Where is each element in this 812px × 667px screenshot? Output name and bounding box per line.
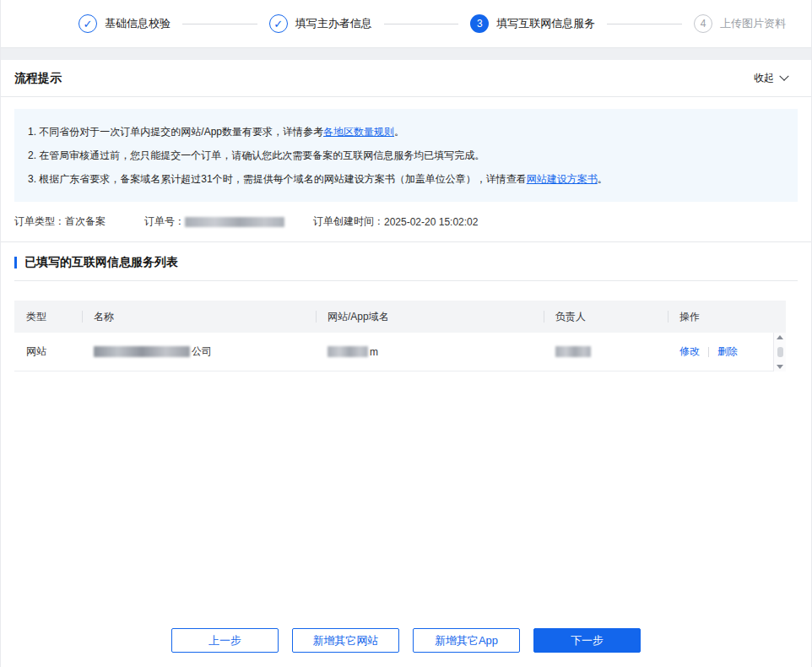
order-info-row: 订单类型： 首次备案 订单号： 订单创建时间： 2025-02-20 15:02… <box>1 202 811 241</box>
cell-name: 公司 <box>82 344 316 359</box>
order-time-value: 2025-02-20 15:02:02 <box>384 216 478 228</box>
icp-filing-page: ✓ 基础信息校验 ✓ 填写主办者信息 3 填写互联网信息服务 4 上传图片资料 … <box>0 0 812 667</box>
action-separator <box>708 347 709 357</box>
page-gap <box>1 48 811 60</box>
panel-title: 流程提示 <box>14 71 62 86</box>
collapse-label: 收起 <box>754 71 774 85</box>
region-quota-rules-link[interactable]: 各地区数量规则 <box>323 126 394 138</box>
company-name-suffix: 公司 <box>192 344 212 359</box>
scroll-up-icon[interactable] <box>777 335 783 339</box>
step-upload-materials: 4 上传图片资料 <box>694 14 786 33</box>
check-icon: ✓ <box>273 18 283 30</box>
step-label: 填写互联网信息服务 <box>496 16 595 31</box>
footer-actions: 上一步 新增其它网站 新增其它App 下一步 <box>1 628 811 653</box>
order-type: 订单类型： 首次备案 <box>14 214 106 229</box>
add-other-app-button[interactable]: 新增其它App <box>413 628 520 653</box>
next-step-button[interactable]: 下一步 <box>533 628 641 653</box>
add-other-website-button[interactable]: 新增其它网站 <box>292 628 399 653</box>
collapse-toggle[interactable]: 收起 <box>754 71 788 85</box>
column-header-action: 操作 <box>668 301 772 333</box>
column-header-owner: 负责人 <box>544 301 668 333</box>
website-construction-plan-link[interactable]: 网站建设方案书 <box>527 173 598 185</box>
scroll-down-icon[interactable] <box>777 365 783 369</box>
table-scrollbar[interactable] <box>773 333 786 371</box>
cell-actions: 修改 删除 <box>668 344 772 359</box>
step-label: 上传图片资料 <box>720 16 786 31</box>
redacted-order-number <box>185 217 284 227</box>
tip-line: 1. 不同省份对于一次订单内提交的网站/App数量有要求，详情参考各地区数量规则… <box>28 120 784 144</box>
order-time-label: 订单创建时间： <box>313 214 384 229</box>
step-connector-line <box>182 24 257 24</box>
edit-link[interactable]: 修改 <box>679 344 700 359</box>
section-title-text: 已填写的互联网信息服务列表 <box>24 255 178 270</box>
table-header-row: 类型 名称 网站/App域名 负责人 操作 <box>14 301 786 333</box>
tip-text: 。 <box>598 173 608 185</box>
step-number-badge: 4 <box>694 14 712 33</box>
tip-line: 3. 根据广东省要求，备案域名累计超过31个时，需提供每个域名的网站建设方案书（… <box>28 167 784 191</box>
cell-domain: m <box>316 346 544 358</box>
step-organizer-info: ✓ 填写主办者信息 <box>269 14 372 33</box>
cell-type: 网站 <box>14 344 82 359</box>
order-type-label: 订单类型： <box>14 214 65 229</box>
section-accent-bar <box>14 257 17 268</box>
cell-owner <box>544 346 668 357</box>
order-type-value: 首次备案 <box>65 214 106 229</box>
tip-text: 1. 不同省份对于一次订单内提交的网站/App数量有要求，详情参考 <box>28 126 323 138</box>
step-connector-line <box>384 24 459 24</box>
domain-suffix: m <box>370 346 378 358</box>
redacted-domain <box>328 346 368 357</box>
check-circle-icon: ✓ <box>78 14 97 33</box>
check-icon: ✓ <box>84 18 93 30</box>
service-table: 类型 名称 网站/App域名 负责人 操作 网站 公司 m <box>14 301 786 371</box>
scrollbar-thumb[interactable] <box>777 347 783 357</box>
order-number: 订单号： <box>144 214 284 229</box>
delete-link[interactable]: 删除 <box>717 344 738 359</box>
tip-line: 2. 在管局审核通过前，您只能提交一个订单，请确认您此次需要备案的互联网信息服务… <box>28 144 784 167</box>
previous-step-button[interactable]: 上一步 <box>171 628 279 653</box>
step-number-badge: 3 <box>470 14 489 33</box>
section-underline <box>14 280 798 281</box>
table-row: 网站 公司 m 修改 删除 <box>14 333 786 371</box>
column-header-domain: 网站/App域名 <box>316 301 544 333</box>
chevron-down-icon <box>779 71 788 80</box>
main-panel: 流程提示 收起 1. 不同省份对于一次订单内提交的网站/App数量有要求，详情参… <box>1 60 811 667</box>
tip-text: 3. 根据广东省要求，备案域名累计超过31个时，需提供每个域名的网站建设方案书（… <box>28 173 527 185</box>
service-list-section-header: 已填写的互联网信息服务列表 <box>1 242 811 280</box>
tip-text: 。 <box>394 126 404 138</box>
redacted-owner-name <box>555 346 591 357</box>
step-label: 填写主办者信息 <box>295 16 372 31</box>
check-circle-icon: ✓ <box>269 14 288 33</box>
order-created-time: 订单创建时间： 2025-02-20 15:02:02 <box>313 214 478 229</box>
process-tips-header: 流程提示 收起 <box>1 60 811 97</box>
tip-text: 2. 在管局审核通过前，您只能提交一个订单，请确认您此次需要备案的互联网信息服务… <box>28 149 484 161</box>
step-connector-line <box>607 24 682 24</box>
column-header-type: 类型 <box>14 301 82 333</box>
tips-box: 1. 不同省份对于一次订单内提交的网站/App数量有要求，详情参考各地区数量规则… <box>14 109 798 202</box>
step-internet-service: 3 填写互联网信息服务 <box>470 14 595 33</box>
order-number-label: 订单号： <box>144 214 185 229</box>
step-label: 基础信息校验 <box>105 16 171 31</box>
step-basic-info: ✓ 基础信息校验 <box>78 14 171 33</box>
redacted-company-name <box>94 346 190 357</box>
column-header-name: 名称 <box>82 301 316 333</box>
step-indicator: ✓ 基础信息校验 ✓ 填写主办者信息 3 填写互联网信息服务 4 上传图片资料 <box>1 0 811 48</box>
